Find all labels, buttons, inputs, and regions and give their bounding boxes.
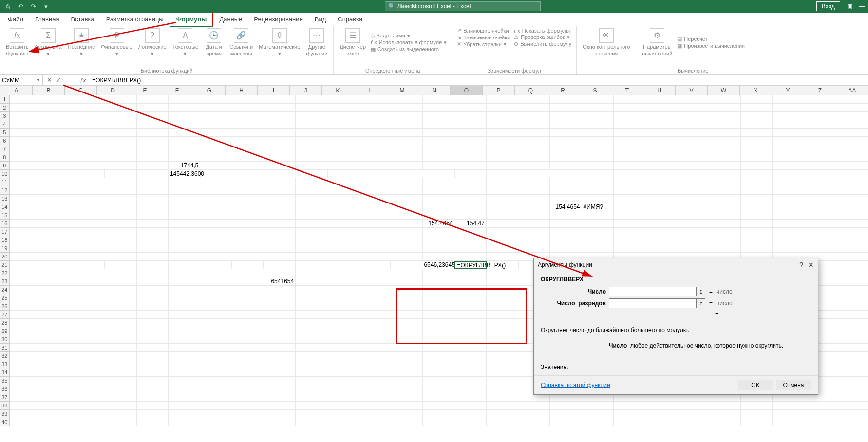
cell-Q1[interactable] xyxy=(518,95,550,104)
cell-F28[interactable] xyxy=(169,319,200,327)
cell-F33[interactable] xyxy=(169,360,200,368)
cell-U3[interactable] xyxy=(645,112,677,120)
cell-R9[interactable] xyxy=(550,162,582,170)
cell-C14[interactable] xyxy=(73,203,105,211)
cell-U16[interactable] xyxy=(645,220,677,228)
row-header-8[interactable]: 8 xyxy=(0,153,10,162)
cell-T3[interactable] xyxy=(614,112,645,120)
cell-F24[interactable] xyxy=(169,286,200,294)
cell-W40[interactable] xyxy=(709,418,741,426)
cell-M8[interactable] xyxy=(391,153,423,162)
cell-Z18[interactable] xyxy=(804,236,836,244)
cell-I25[interactable] xyxy=(264,294,296,302)
cell-N6[interactable] xyxy=(423,137,454,145)
cell-S10[interactable] xyxy=(582,170,614,178)
cell-E39[interactable] xyxy=(137,410,169,418)
cell-K21[interactable] xyxy=(327,261,359,269)
cell-B23[interactable] xyxy=(41,277,73,286)
cell-I18[interactable] xyxy=(264,236,296,244)
cell-M16[interactable] xyxy=(391,220,423,228)
cell-S14[interactable]: #ИМЯ? xyxy=(582,203,614,211)
cell-R14[interactable]: 154,4654 xyxy=(550,203,582,211)
column-header-J[interactable]: J xyxy=(290,86,322,95)
cell-B1[interactable] xyxy=(41,95,73,104)
cell-G3[interactable] xyxy=(200,112,232,120)
cell-H20[interactable] xyxy=(232,253,264,261)
cell-T2[interactable] xyxy=(614,104,645,112)
cell-G38[interactable] xyxy=(200,402,232,410)
cell-S5[interactable] xyxy=(582,129,614,137)
cell-M13[interactable] xyxy=(391,195,423,203)
cell-O38[interactable] xyxy=(454,402,486,410)
cell-H12[interactable] xyxy=(232,186,264,195)
cell-G15[interactable] xyxy=(200,211,232,220)
cell-W11[interactable] xyxy=(709,178,741,186)
cell-Z7[interactable] xyxy=(804,145,836,153)
cell-G18[interactable] xyxy=(200,236,232,244)
cell-C33[interactable] xyxy=(73,360,105,368)
cell-K32[interactable] xyxy=(327,352,359,360)
cell-A4[interactable] xyxy=(10,120,41,129)
cell-N40[interactable] xyxy=(423,418,454,426)
cell-Y40[interactable] xyxy=(773,418,804,426)
cell-E19[interactable] xyxy=(137,244,169,253)
cell-O12[interactable] xyxy=(454,186,486,195)
row-header-16[interactable]: 16 xyxy=(0,220,10,228)
cell-F37[interactable] xyxy=(169,393,200,402)
cell-G23[interactable] xyxy=(200,277,232,286)
cell-J12[interactable] xyxy=(296,186,327,195)
row-header-15[interactable]: 15 xyxy=(0,211,10,220)
cell-H14[interactable] xyxy=(232,203,264,211)
cell-I34[interactable] xyxy=(264,368,296,377)
dialog-cancel-button[interactable]: Отмена xyxy=(776,380,811,390)
cell-N36[interactable] xyxy=(423,385,454,393)
cell-K39[interactable] xyxy=(327,410,359,418)
cell-E3[interactable] xyxy=(137,112,169,120)
cell-C29[interactable] xyxy=(73,327,105,335)
cell-Z14[interactable] xyxy=(804,203,836,211)
cell-L9[interactable] xyxy=(359,162,391,170)
cell-J30[interactable] xyxy=(296,335,327,344)
cell-D5[interactable] xyxy=(105,129,137,137)
cell-X15[interactable] xyxy=(741,211,773,220)
cell-U19[interactable] xyxy=(645,244,677,253)
cell-O15[interactable] xyxy=(454,211,486,220)
cell-H19[interactable] xyxy=(232,244,264,253)
cell-R17[interactable] xyxy=(550,228,582,236)
cell-K36[interactable] xyxy=(327,385,359,393)
cell-N16[interactable]: 154,4654 xyxy=(423,220,454,228)
cell-AA28[interactable] xyxy=(836,319,868,327)
cell-C23[interactable] xyxy=(73,277,105,286)
cell-P9[interactable] xyxy=(487,162,518,170)
cell-K22[interactable] xyxy=(327,269,359,277)
cell-K24[interactable] xyxy=(327,286,359,294)
cell-B17[interactable] xyxy=(41,228,73,236)
cell-A32[interactable] xyxy=(10,352,41,360)
cell-M14[interactable] xyxy=(391,203,423,211)
cell-M31[interactable] xyxy=(391,344,423,352)
cell-Z5[interactable] xyxy=(804,129,836,137)
cell-F10[interactable]: 145442,3600 xyxy=(169,170,201,178)
cell-I9[interactable] xyxy=(264,162,296,170)
cell-I22[interactable] xyxy=(264,269,296,277)
cell-R2[interactable] xyxy=(550,104,582,112)
cell-J28[interactable] xyxy=(296,319,327,327)
cell-L20[interactable] xyxy=(359,253,391,261)
error-check-button[interactable]: ⚠ Проверка ошибок ▾ xyxy=(514,34,571,40)
cell-V40[interactable] xyxy=(677,418,709,426)
cell-B19[interactable] xyxy=(41,244,73,253)
cell-T40[interactable] xyxy=(614,418,645,426)
cell-M11[interactable] xyxy=(391,178,423,186)
column-header-Y[interactable]: Y xyxy=(772,86,804,95)
cell-I38[interactable] xyxy=(264,402,296,410)
column-header-G[interactable]: G xyxy=(193,86,226,95)
cell-H37[interactable] xyxy=(232,393,264,402)
row-header-27[interactable]: 27 xyxy=(0,311,10,319)
cell-M28[interactable] xyxy=(391,319,423,327)
cell-S39[interactable] xyxy=(582,410,614,418)
column-header-U[interactable]: U xyxy=(643,86,676,95)
cell-Z17[interactable] xyxy=(804,228,836,236)
cell-E33[interactable] xyxy=(137,360,169,368)
cell-N31[interactable] xyxy=(423,344,454,352)
cell-K25[interactable] xyxy=(327,294,359,302)
